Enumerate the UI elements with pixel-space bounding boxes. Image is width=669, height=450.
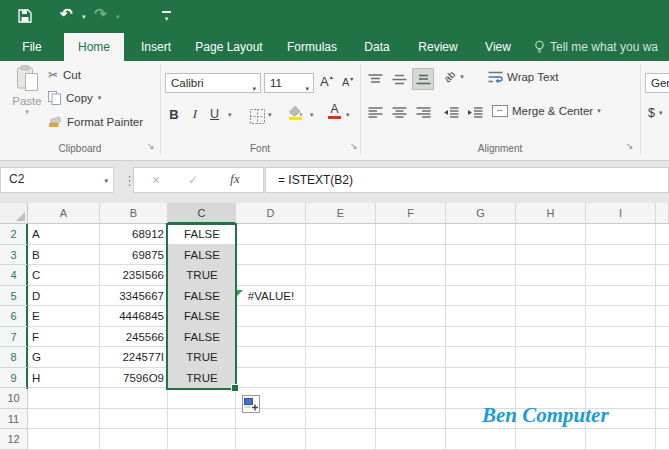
row-header-12[interactable]: 12 [0,429,27,450]
tab-page-layout[interactable]: Page Layout [184,33,274,61]
save-icon[interactable] [18,9,32,27]
font-family-combo[interactable]: Calibri ▾ [165,73,261,93]
tab-data[interactable]: Data [352,33,402,61]
cell-C8[interactable]: TRUE [168,347,236,368]
align-center-button[interactable] [388,103,410,123]
cell-B3[interactable]: 69875 [100,245,164,266]
fill-color-button[interactable] [288,105,303,120]
font-size-combo[interactable]: 11 ▾ [264,73,314,93]
align-right-button[interactable] [412,103,434,123]
underline-button[interactable]: U [206,104,223,124]
row-header-3[interactable]: 3 [0,245,27,266]
cell-A4[interactable]: C [28,265,99,286]
col-header-H[interactable]: H [516,203,586,224]
auto-fill-options-button[interactable] [242,395,260,413]
tab-insert[interactable]: Insert [128,33,184,61]
select-all-button[interactable] [0,203,28,224]
font-color-button[interactable]: A [328,103,341,119]
cell-A5[interactable]: D [28,286,99,307]
cell-B2[interactable]: 68912 [100,224,164,245]
cell-A2[interactable]: A [28,224,99,245]
cell-B8[interactable]: 224577I [100,347,164,368]
wrap-text-button[interactable]: Wrap Text [488,71,558,83]
row-header-6[interactable]: 6 [0,306,27,327]
formula-input[interactable]: = ISTEXT(B2) [265,167,669,193]
name-box-dropdown-arrow-icon[interactable]: ▾ [104,177,108,185]
cell-A9[interactable]: H [28,368,99,389]
cell-C4[interactable]: TRUE [168,265,236,286]
cell-D5[interactable]: #VALUE! [236,286,306,307]
col-header-partial[interactable] [656,203,669,224]
enter-icon[interactable]: ✓ [188,173,198,187]
format-painter-button[interactable]: Format Painter [48,115,143,128]
grow-font-button[interactable]: A ▴ [320,74,333,89]
bold-button[interactable]: B [165,104,183,124]
clipboard-dialog-launcher-icon[interactable]: ↘ [147,141,155,151]
borders-dropdown-arrow-icon[interactable]: ▾ [268,111,272,119]
tell-me-box[interactable]: Tell me what you wa [534,33,669,61]
middle-align-button[interactable] [388,69,410,89]
col-header-I[interactable]: I [586,203,656,224]
row-header-2[interactable]: 2 [0,224,27,245]
cell-C7[interactable]: FALSE [168,327,236,348]
insert-function-button[interactable]: fx [230,171,240,187]
cell-A8[interactable]: G [28,347,99,368]
cell-C2[interactable]: FALSE [168,224,236,245]
paste-button[interactable]: Paste ▾ [8,65,46,141]
col-header-F[interactable]: F [376,203,446,224]
col-header-A[interactable]: A [28,203,100,224]
copy-button[interactable]: Copy ▾ [48,91,101,105]
name-box[interactable]: C2 ▾ [0,167,114,193]
row-header-4[interactable]: 4 [0,265,27,286]
cell-B4[interactable]: 235I566 [100,265,164,286]
redo-dropdown-arrow-icon[interactable]: ▾ [116,13,120,21]
cell-A7[interactable]: F [28,327,99,348]
fill-handle[interactable] [231,384,239,392]
col-header-D[interactable]: D [236,203,306,224]
cell-C6[interactable]: FALSE [168,306,236,327]
borders-button[interactable] [246,106,268,126]
tab-file[interactable]: File [8,33,56,61]
customize-qat-icon[interactable]: ▾ [162,11,171,23]
increase-indent-button[interactable] [464,103,486,123]
cell-C5[interactable]: FALSE [168,286,236,307]
cell-B7[interactable]: 245566 [100,327,164,348]
alignment-dialog-launcher-icon[interactable]: ↘ [626,141,634,151]
tab-review[interactable]: Review [406,33,470,61]
tab-home[interactable]: Home [64,33,124,61]
undo-button[interactable]: ↶ [60,5,73,23]
cell-B6[interactable]: 4446845 [100,306,164,327]
underline-dropdown-arrow-icon[interactable]: ▾ [228,111,232,119]
font-dialog-launcher-icon[interactable]: ↘ [350,141,358,151]
row-header-7[interactable]: 7 [0,327,27,348]
spreadsheet-grid[interactable]: A B C D E F G H I 2 3 4 5 6 7 8 9 10 11 … [0,203,669,450]
orientation-button[interactable]: ab ▾ [444,71,464,82]
align-left-button[interactable] [364,103,386,123]
redo-button[interactable]: ↷ [94,5,107,23]
cell-B5[interactable]: 3345667 [100,286,164,307]
bottom-align-button[interactable] [412,68,434,90]
cell-A3[interactable]: B [28,245,99,266]
row-header-8[interactable]: 8 [0,347,27,368]
cut-button[interactable]: ✂ Cut [48,68,81,82]
row-header-5[interactable]: 5 [0,286,27,307]
cell-A6[interactable]: E [28,306,99,327]
cell-C9[interactable]: TRUE [168,368,236,389]
row-header-9[interactable]: 9 [0,368,27,389]
italic-button[interactable]: I [187,104,203,124]
col-header-C[interactable]: C [168,203,236,224]
cell-C3[interactable]: FALSE [168,245,236,266]
cancel-icon[interactable]: × [152,172,160,188]
tab-view[interactable]: View [474,33,522,61]
number-format-combo[interactable]: Gene [645,73,669,93]
shrink-font-button[interactable]: A ▾ [342,76,353,88]
col-header-G[interactable]: G [446,203,516,224]
decrease-indent-button[interactable] [440,103,462,123]
accounting-format-button[interactable]: $ ▾ [648,106,662,120]
row-header-11[interactable]: 11 [0,409,27,430]
merge-center-button[interactable]: ↔ Merge & Center ▾ [492,105,601,117]
col-header-B[interactable]: B [100,203,168,224]
tab-formulas[interactable]: Formulas [276,33,348,61]
top-align-button[interactable] [364,69,386,89]
font-color-dropdown-arrow-icon[interactable]: ▾ [346,111,350,119]
